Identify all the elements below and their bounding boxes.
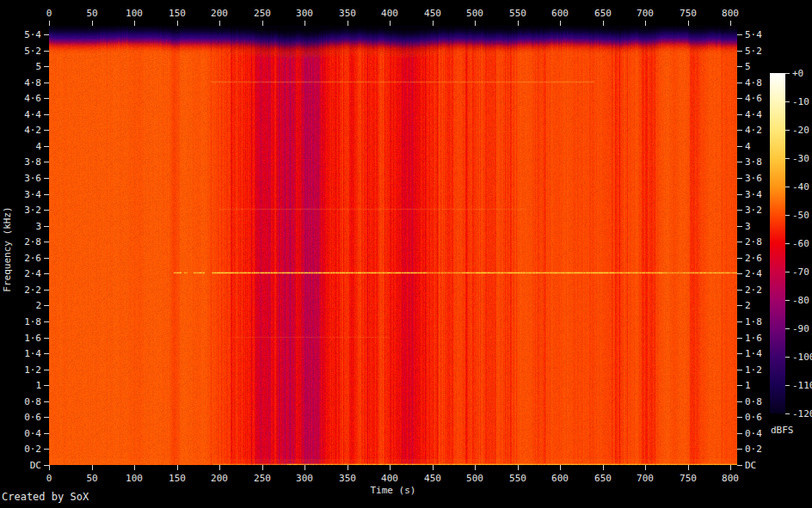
time-tick [688,21,689,26]
time-tick [560,21,561,26]
time-tick [262,21,263,26]
colorbar-tick [785,413,790,414]
freq-tick-label: 3·2 [745,205,783,216]
freq-tick-label: 1·2 [745,364,783,376]
colorbar-tick-label: +0 [792,68,812,79]
colorbar-tick [785,357,790,358]
freq-tick-label: 0·2 [3,444,41,455]
freq-tick [737,114,742,115]
freq-tick [44,210,49,211]
freq-tick-label: 1 [3,380,41,391]
freq-tick [737,401,742,402]
time-tick [688,465,689,470]
colorbar-tick-label: -70 [792,266,812,278]
time-tick [49,21,50,26]
time-tick [92,465,93,470]
freq-tick [44,305,49,306]
freq-tick [44,370,49,370]
time-tick-label: 800 [711,473,749,484]
time-tick-label: 400 [371,473,409,484]
freq-tick [737,353,742,354]
freq-tick [737,210,742,211]
freq-tick [44,51,49,52]
colorbar-tick [785,328,790,329]
freq-tick-label: 5·4 [745,29,783,40]
freq-tick-label: 1·8 [745,316,783,327]
freq-tick [44,353,49,354]
freq-tick [737,83,742,83]
time-tick [390,21,391,26]
freq-tick-label: 4·8 [3,77,41,89]
freq-tick [737,51,742,52]
time-tick [49,465,50,470]
freq-tick [44,321,49,322]
freq-tick [737,66,742,67]
freq-tick-label: 1·8 [3,316,41,327]
time-tick-label: 700 [626,8,664,19]
time-tick-label: 50 [73,473,111,484]
time-tick-label: 350 [329,473,366,484]
time-tick [433,465,434,470]
freq-tick-label: 4·2 [3,125,41,136]
time-tick-label: 550 [499,473,537,484]
freq-tick [737,385,742,386]
freq-tick-label: 2·2 [3,285,41,296]
freq-tick-label: 1 [745,380,783,391]
time-tick-label: 800 [711,8,749,19]
time-tick [603,465,604,470]
freq-tick-label: DC [3,460,41,471]
freq-tick-label: 5·4 [3,29,41,40]
freq-tick-label: 1·4 [745,348,783,359]
freq-tick-label: 1·6 [3,333,41,344]
time-tick [518,465,519,470]
colorbar-tick [785,101,790,102]
freq-tick [737,273,742,274]
freq-tick-label: 2 [3,300,41,311]
colorbar-tick [785,300,790,301]
freq-tick [44,417,49,418]
time-tick-label: 50 [73,8,111,19]
colorbar-tick [785,243,790,244]
freq-tick-label: 0·8 [745,396,783,407]
freq-tick [737,417,742,418]
time-tick [645,21,646,26]
freq-tick-label: 1·4 [3,348,41,359]
time-tick [730,465,731,470]
freq-tick-label: 2·4 [745,268,783,279]
colorbar-tick-label: -40 [792,181,812,193]
created-by-sox-credit: Created by SoX [2,492,89,503]
freq-tick [44,34,49,35]
time-tick [348,21,348,26]
freq-tick-label: 4 [3,141,41,152]
time-tick-label: 350 [329,8,366,19]
time-tick [177,21,178,26]
time-tick [603,21,604,26]
freq-tick-label: 2 [745,300,783,311]
freq-tick-label: 0·4 [3,428,41,439]
time-tick-label: 650 [584,8,622,19]
time-tick [134,21,135,26]
freq-tick-label: 5·2 [745,46,783,57]
freq-tick-label: 3 [745,221,783,232]
freq-tick-label: 0·2 [745,444,783,455]
freq-tick-label: 3 [3,221,41,232]
colorbar-tick-label: -80 [792,295,812,306]
time-tick-label: 100 [115,8,153,19]
freq-tick [737,194,742,195]
colorbar-tick [785,215,790,216]
time-tick-label: 600 [541,473,579,484]
time-tick-label: 750 [669,473,707,484]
freq-tick-label: 4·6 [3,93,41,104]
freq-tick-label: 1·6 [745,333,783,344]
freq-tick [737,242,742,242]
freq-tick-label: 2·4 [3,268,41,279]
freq-tick [44,178,49,179]
freq-tick-label: 2·2 [745,285,783,296]
freq-tick-label: 3·6 [3,173,41,184]
freq-tick [44,66,49,67]
freq-tick [737,162,742,162]
time-tick [560,465,561,470]
time-tick-label: 450 [414,8,452,19]
freq-tick [44,130,49,131]
colorbar-tick-label: -50 [792,210,812,221]
